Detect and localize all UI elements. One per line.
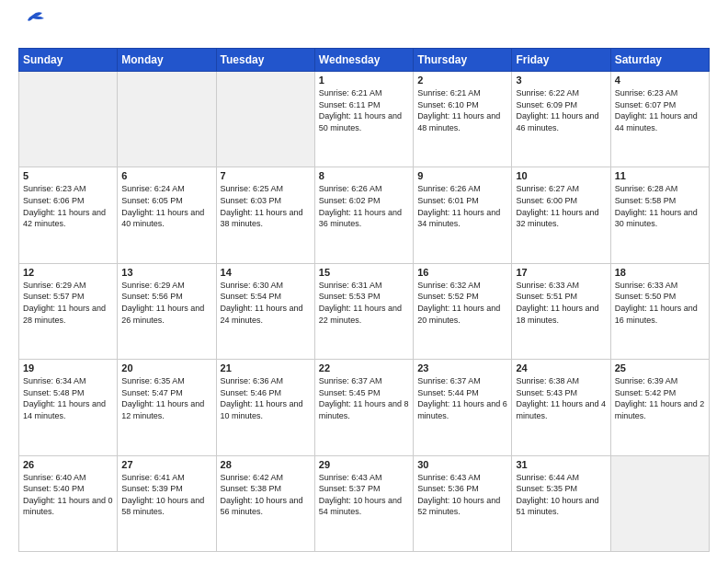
calendar-cell: 19Sunrise: 6:34 AMSunset: 5:48 PMDayligh…: [19, 360, 118, 455]
day-info: Sunrise: 6:21 AMSunset: 6:10 PMDaylight:…: [417, 87, 507, 133]
sunset-label: Sunset: 5:44 PM: [417, 388, 479, 397]
day-info: Sunrise: 6:43 AMSunset: 5:37 PMDaylight:…: [319, 472, 409, 518]
calendar-cell: 25Sunrise: 6:39 AMSunset: 5:42 PMDayligh…: [610, 360, 709, 455]
day-info: Sunrise: 6:33 AMSunset: 5:50 PMDaylight:…: [615, 280, 705, 326]
sunrise-label: Sunrise: 6:38 AM: [516, 376, 579, 385]
day-info: Sunrise: 6:39 AMSunset: 5:42 PMDaylight:…: [615, 375, 705, 421]
week-row-4: 19Sunrise: 6:34 AMSunset: 5:48 PMDayligh…: [19, 360, 710, 455]
sunrise-label: Sunrise: 6:30 AM: [221, 281, 284, 290]
sunrise-label: Sunrise: 6:37 AM: [417, 376, 481, 385]
sunset-label: Sunset: 6:05 PM: [121, 196, 183, 205]
day-info: Sunrise: 6:37 AMSunset: 5:44 PMDaylight:…: [417, 375, 507, 421]
day-number: 29: [319, 459, 409, 470]
calendar-cell: 23Sunrise: 6:37 AMSunset: 5:44 PMDayligh…: [414, 360, 512, 455]
daylight-label: Daylight: 10 hours and 54 minutes.: [319, 496, 402, 517]
daylight-label: Daylight: 11 hours and 22 minutes.: [319, 304, 402, 325]
day-number: 22: [319, 362, 409, 373]
day-number: 8: [319, 170, 409, 181]
day-number: 7: [221, 170, 311, 181]
calendar-cell: 26Sunrise: 6:40 AMSunset: 5:40 PMDayligh…: [19, 455, 118, 551]
weekday-header-monday: Monday: [118, 49, 216, 72]
calendar-cell: 6Sunrise: 6:24 AMSunset: 6:05 PMDaylight…: [118, 167, 216, 263]
sunset-label: Sunset: 5:39 PM: [121, 484, 183, 493]
day-number: 4: [615, 75, 705, 86]
sunset-label: Sunset: 6:10 PM: [417, 100, 479, 109]
daylight-label: Daylight: 10 hours and 51 minutes.: [516, 496, 598, 517]
calendar-cell: 27Sunrise: 6:41 AMSunset: 5:39 PMDayligh…: [118, 455, 216, 551]
sunrise-label: Sunrise: 6:39 AM: [615, 376, 678, 385]
day-number: 10: [516, 170, 606, 181]
day-number: 5: [23, 170, 113, 181]
sunrise-label: Sunrise: 6:23 AM: [23, 184, 86, 193]
day-number: 27: [121, 459, 211, 470]
sunrise-label: Sunrise: 6:22 AM: [516, 88, 579, 98]
day-number: 1: [319, 75, 409, 86]
daylight-label: Daylight: 11 hours and 4 minutes.: [516, 399, 606, 420]
day-info: Sunrise: 6:22 AMSunset: 6:09 PMDaylight:…: [516, 87, 606, 133]
daylight-label: Daylight: 10 hours and 52 minutes.: [417, 496, 500, 517]
day-info: Sunrise: 6:23 AMSunset: 6:06 PMDaylight:…: [23, 183, 113, 229]
sunset-label: Sunset: 6:06 PM: [23, 196, 85, 205]
daylight-label: Daylight: 11 hours and 18 minutes.: [516, 304, 598, 325]
calendar-cell: [19, 72, 118, 167]
sunset-label: Sunset: 5:45 PM: [319, 388, 381, 397]
sunrise-label: Sunrise: 6:33 AM: [615, 281, 678, 290]
bird-icon: [20, 9, 46, 35]
daylight-label: Daylight: 11 hours and 6 minutes.: [417, 399, 507, 420]
calendar-cell: 30Sunrise: 6:43 AMSunset: 5:36 PMDayligh…: [414, 455, 512, 551]
calendar-cell: 3Sunrise: 6:22 AMSunset: 6:09 PMDaylight…: [512, 72, 610, 167]
day-info: Sunrise: 6:31 AMSunset: 5:53 PMDaylight:…: [319, 280, 409, 326]
sunset-label: Sunset: 6:01 PM: [417, 196, 479, 205]
sunrise-label: Sunrise: 6:40 AM: [23, 473, 86, 482]
calendar-cell: 1Sunrise: 6:21 AMSunset: 6:11 PMDaylight…: [314, 72, 413, 167]
calendar-cell: 20Sunrise: 6:35 AMSunset: 5:47 PMDayligh…: [118, 360, 216, 455]
day-number: 20: [121, 362, 211, 373]
sunrise-label: Sunrise: 6:43 AM: [417, 473, 481, 482]
day-info: Sunrise: 6:38 AMSunset: 5:43 PMDaylight:…: [516, 375, 606, 421]
sunset-label: Sunset: 6:03 PM: [221, 196, 282, 205]
day-info: Sunrise: 6:32 AMSunset: 5:52 PMDaylight:…: [417, 280, 507, 326]
sunset-label: Sunset: 5:35 PM: [516, 484, 577, 493]
day-info: Sunrise: 6:25 AMSunset: 6:03 PMDaylight:…: [221, 183, 311, 229]
daylight-label: Daylight: 11 hours and 40 minutes.: [121, 208, 204, 229]
sunrise-label: Sunrise: 6:32 AM: [417, 281, 481, 290]
day-number: 9: [417, 170, 507, 181]
logo: [18, 15, 46, 39]
calendar-cell: 7Sunrise: 6:25 AMSunset: 6:03 PMDaylight…: [216, 167, 314, 263]
calendar-cell: 12Sunrise: 6:29 AMSunset: 5:57 PMDayligh…: [19, 263, 118, 359]
sunset-label: Sunset: 6:02 PM: [319, 196, 381, 205]
week-row-1: 1Sunrise: 6:21 AMSunset: 6:11 PMDaylight…: [19, 72, 710, 167]
calendar-cell: 13Sunrise: 6:29 AMSunset: 5:56 PMDayligh…: [118, 263, 216, 359]
sunset-label: Sunset: 5:36 PM: [417, 484, 479, 493]
daylight-label: Daylight: 11 hours and 26 minutes.: [121, 304, 204, 325]
calendar-cell: 17Sunrise: 6:33 AMSunset: 5:51 PMDayligh…: [512, 263, 610, 359]
sunset-label: Sunset: 5:54 PM: [221, 292, 282, 301]
day-info: Sunrise: 6:42 AMSunset: 5:38 PMDaylight:…: [221, 472, 311, 518]
day-number: 3: [516, 75, 606, 86]
sunrise-label: Sunrise: 6:43 AM: [319, 473, 382, 482]
day-number: 11: [615, 170, 705, 181]
sunrise-label: Sunrise: 6:41 AM: [121, 473, 185, 482]
calendar-cell: 24Sunrise: 6:38 AMSunset: 5:43 PMDayligh…: [512, 360, 610, 455]
daylight-label: Daylight: 11 hours and 20 minutes.: [417, 304, 500, 325]
calendar-cell: 2Sunrise: 6:21 AMSunset: 6:10 PMDaylight…: [414, 72, 512, 167]
sunrise-label: Sunrise: 6:21 AM: [319, 88, 382, 98]
sunset-label: Sunset: 5:56 PM: [121, 292, 183, 301]
calendar: SundayMondayTuesdayWednesdayThursdayFrid…: [18, 48, 710, 552]
day-number: 13: [121, 267, 211, 278]
week-row-3: 12Sunrise: 6:29 AMSunset: 5:57 PMDayligh…: [19, 263, 710, 359]
day-number: 18: [615, 267, 705, 278]
calendar-cell: 18Sunrise: 6:33 AMSunset: 5:50 PMDayligh…: [610, 263, 709, 359]
sunrise-label: Sunrise: 6:36 AM: [221, 376, 284, 385]
day-number: 23: [417, 362, 507, 373]
sunrise-label: Sunrise: 6:26 AM: [417, 184, 481, 193]
day-number: 30: [417, 459, 507, 470]
sunset-label: Sunset: 6:11 PM: [319, 100, 381, 109]
day-number: 2: [417, 75, 507, 86]
daylight-label: Daylight: 11 hours and 48 minutes.: [417, 111, 500, 132]
calendar-cell: 11Sunrise: 6:28 AMSunset: 5:58 PMDayligh…: [610, 167, 709, 263]
day-number: 19: [23, 362, 113, 373]
day-info: Sunrise: 6:37 AMSunset: 5:45 PMDaylight:…: [319, 375, 409, 421]
weekday-header-wednesday: Wednesday: [314, 49, 413, 72]
calendar-cell: 10Sunrise: 6:27 AMSunset: 6:00 PMDayligh…: [512, 167, 610, 263]
